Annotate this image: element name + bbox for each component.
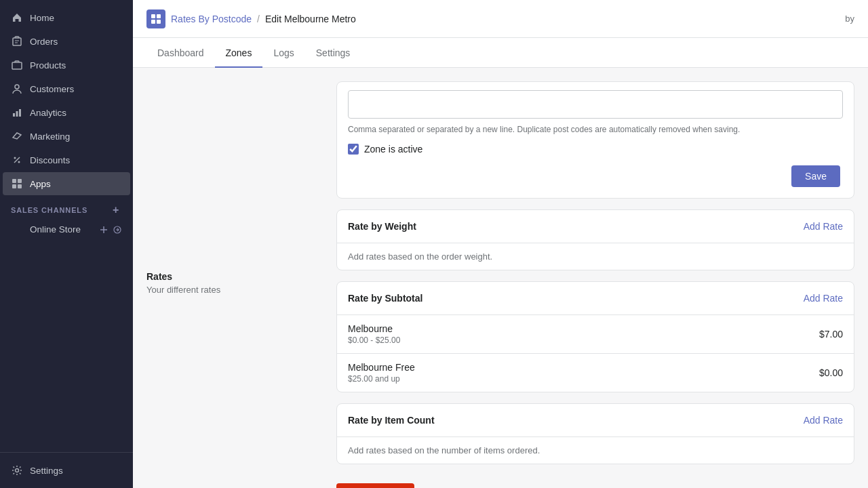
breadcrumb: Rates By Postcode / Edit Melbourne Metro	[146, 9, 356, 28]
rate-by-item-count-header: Rate by Item Count Add Rate	[337, 404, 854, 437]
svg-rect-10	[12, 184, 16, 188]
sidebar-item-settings[interactable]: Settings	[3, 459, 130, 482]
sidebar-item-analytics[interactable]: Analytics	[3, 101, 130, 124]
app-icon	[146, 9, 165, 28]
add-rate-subtotal-button[interactable]: Add Rate	[804, 293, 843, 304]
svg-rect-4	[16, 111, 18, 117]
rate-by-item-count-card: Rate by Item Count Add Rate Add rates ba…	[336, 403, 854, 464]
sidebar-item-discounts[interactable]: Discounts	[3, 148, 130, 171]
settings-icon	[11, 464, 23, 476]
online-store-label: Online Store	[30, 224, 81, 235]
svg-rect-17	[157, 20, 161, 24]
delete-zone-row: Delete zone	[336, 475, 854, 488]
zone-active-label[interactable]: Zone is active	[364, 144, 422, 155]
content-right: Comma separated or separated by a new li…	[336, 81, 854, 488]
breadcrumb-current-page: Edit Melbourne Metro	[265, 14, 356, 24]
header: Rates By Postcode / Edit Melbourne Metro…	[133, 0, 868, 38]
apps-icon	[11, 178, 23, 190]
orders-icon	[11, 35, 23, 47]
breadcrumb-app-link[interactable]: Rates By Postcode	[171, 14, 252, 24]
tab-logs[interactable]: Logs	[262, 38, 304, 68]
discounts-icon	[11, 154, 23, 166]
analytics-icon	[11, 106, 23, 119]
svg-point-13	[16, 469, 19, 472]
rate-row-melbourne-info: Melbourne $0.00 - $25.00	[348, 323, 400, 345]
svg-rect-3	[13, 113, 15, 117]
rate-row-melbourne-name: Melbourne	[348, 323, 400, 334]
home-icon	[11, 12, 23, 24]
sidebar-item-products-label: Products	[30, 60, 66, 70]
svg-rect-14	[151, 14, 155, 18]
user-badge: by	[845, 14, 854, 24]
rate-row-melbourne[interactable]: Melbourne $0.00 - $25.00 $7.00	[337, 315, 854, 353]
marketing-icon	[11, 130, 23, 142]
rate-row-melbourne-free-range: $25.00 and up	[348, 374, 415, 384]
svg-rect-5	[19, 109, 21, 117]
sales-channels-label: SALES CHANNELS	[11, 206, 87, 214]
svg-rect-8	[12, 179, 16, 183]
rate-by-subtotal-title: Rate by Subtotal	[348, 293, 422, 304]
sidebar-item-marketing-label: Marketing	[30, 131, 70, 142]
rate-by-weight-header: Rate by Weight Add Rate	[337, 210, 854, 243]
sidebar-nav: Home Orders Products	[0, 0, 133, 452]
add-rate-weight-button[interactable]: Add Rate	[804, 221, 843, 232]
postcode-input[interactable]	[348, 90, 843, 119]
sidebar-item-home[interactable]: Home	[3, 6, 130, 29]
sidebar-item-orders[interactable]: Orders	[3, 30, 130, 53]
sidebar-item-home-label: Home	[30, 13, 54, 23]
online-store-icons	[99, 225, 122, 235]
zone-form-card: Comma separated or separated by a new li…	[336, 81, 854, 199]
sidebar-item-products[interactable]: Products	[3, 54, 130, 77]
rate-row-melbourne-free[interactable]: Melbourne Free $25.00 and up $0.00	[337, 353, 854, 392]
sidebar-item-apps-label: Apps	[30, 179, 51, 189]
breadcrumb-separator: /	[257, 14, 260, 24]
svg-rect-9	[18, 179, 22, 183]
sidebar-item-analytics-label: Analytics	[30, 108, 66, 118]
rate-by-weight-desc: Add rates based on the order weight.	[337, 243, 854, 270]
zone-active-section: Comma separated or separated by a new li…	[337, 82, 854, 198]
sidebar-item-online-store[interactable]: Online Store	[3, 220, 130, 239]
rates-section-title: Rates	[146, 271, 323, 282]
rate-row-melbourne-free-info: Melbourne Free $25.00 and up	[348, 362, 415, 384]
rate-by-item-count-title: Rate by Item Count	[348, 415, 435, 426]
page-content: Rates Your different rates Comma separat…	[133, 68, 868, 488]
svg-rect-16	[151, 20, 155, 24]
customers-icon	[11, 83, 23, 95]
save-btn-row: Save	[348, 165, 843, 187]
sidebar-item-apps[interactable]: Apps	[3, 172, 130, 195]
tab-zones[interactable]: Zones	[215, 38, 263, 68]
rate-by-weight-card: Rate by Weight Add Rate Add rates based …	[336, 209, 854, 270]
rates-section-desc: Your different rates	[146, 285, 323, 295]
svg-rect-11	[18, 184, 22, 188]
sidebar-item-customers[interactable]: Customers	[3, 77, 130, 100]
sidebar-item-customers-label: Customers	[30, 84, 74, 94]
sidebar-item-discounts-label: Discounts	[30, 155, 70, 165]
tabs-bar: Dashboard Zones Logs Settings	[133, 38, 868, 68]
tab-settings[interactable]: Settings	[305, 38, 361, 68]
save-button[interactable]: Save	[791, 165, 840, 187]
add-sales-channel-button[interactable]: +	[110, 204, 122, 216]
add-rate-item-count-button[interactable]: Add Rate	[804, 415, 843, 426]
rate-row-melbourne-price: $7.00	[819, 329, 843, 340]
tab-dashboard[interactable]: Dashboard	[146, 38, 215, 68]
sidebar-item-marketing[interactable]: Marketing	[3, 125, 130, 148]
svg-rect-1	[12, 62, 22, 69]
content-left: Rates Your different rates	[146, 81, 323, 488]
content-layout: Rates Your different rates Comma separat…	[146, 81, 854, 488]
sidebar-item-orders-label: Orders	[30, 37, 58, 47]
rate-row-melbourne-free-name: Melbourne Free	[348, 362, 415, 373]
rate-by-weight-title: Rate by Weight	[348, 221, 416, 232]
sidebar: Home Orders Products	[0, 0, 133, 488]
delete-zone-button[interactable]: Delete zone	[336, 483, 414, 488]
svg-rect-0	[13, 38, 21, 45]
main-content: Rates By Postcode / Edit Melbourne Metro…	[133, 0, 868, 488]
svg-point-6	[14, 157, 16, 159]
svg-point-7	[18, 161, 20, 163]
svg-rect-15	[157, 14, 161, 18]
rate-by-subtotal-header: Rate by Subtotal Add Rate	[337, 282, 854, 315]
sales-channels-section: SALES CHANNELS +	[0, 196, 133, 219]
zone-active-checkbox-row: Zone is active	[348, 144, 843, 155]
zone-active-checkbox[interactable]	[348, 144, 359, 155]
sidebar-item-settings-label: Settings	[30, 466, 63, 476]
sidebar-bottom: Settings	[0, 452, 133, 488]
